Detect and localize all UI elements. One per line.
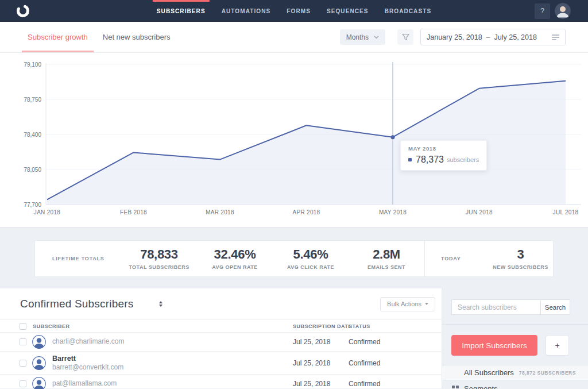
nav-right: ?	[535, 3, 571, 19]
chart-tooltip: MAY 2018 78,373 subscribers	[400, 140, 487, 171]
table-header: SUBSCRIBER SUBSCRIPTION DATE STATUS	[0, 319, 442, 333]
funnel-icon	[402, 33, 409, 41]
segments-item[interactable]: Segments	[442, 384, 588, 389]
add-subscriber-button[interactable]: +	[546, 335, 569, 356]
subscriber-email: charli@charlimarie.com	[52, 337, 125, 346]
tooltip-value: 78,373	[416, 155, 444, 165]
svg-text:APR 2018: APR 2018	[293, 209, 320, 215]
stats-card: LIFETIME TOTALS 78,833 TOTAL SUBSCRIBERS…	[34, 240, 554, 277]
svg-text:MAY 2018: MAY 2018	[379, 209, 407, 215]
subscription-date: Jul 25, 2018	[293, 338, 330, 346]
all-subscribers-label: All Subscribers	[464, 368, 514, 377]
tab-net-new-subscribers[interactable]: Net new subscribers	[103, 22, 171, 52]
row-checkbox[interactable]	[20, 380, 26, 387]
subscribers-sidebar: Search Import Subscribers + All Subscrib…	[442, 288, 588, 388]
date-presets-icon[interactable]	[552, 34, 559, 40]
interval-dropdown-value: Months	[346, 33, 369, 41]
status-badge: Confirmed	[349, 380, 380, 388]
tooltip-month-label: MAY 2018	[408, 145, 479, 152]
svg-text:79,100: 79,100	[24, 61, 41, 68]
status-badge: Confirmed	[349, 359, 380, 367]
stat-avg-open-rate: 32.46% AVG OPEN RATE	[197, 247, 273, 270]
primary-nav: SUBSCRIBERSAUTOMATIONSFORMSSEQUENCESBROA…	[149, 0, 439, 22]
svg-text:78,050: 78,050	[24, 167, 41, 173]
panel-header: Confirmed Subscribers Bulk Actions	[0, 288, 442, 319]
subscriber-email: pat@llamallama.com	[52, 379, 117, 388]
filter-button[interactable]	[397, 29, 413, 45]
segments-label: Segments	[464, 384, 498, 389]
table-row[interactable]: pat@llamallama.comJul 25, 2018Confirmed	[0, 375, 442, 389]
subscription-date: Jul 25, 2018	[293, 380, 330, 388]
chart-tabs: Subscriber growth Net new subscribers	[28, 22, 171, 52]
search-button[interactable]: Search	[540, 299, 570, 315]
nav-item-broadcasts[interactable]: BROADCASTS	[377, 0, 440, 22]
toolbar-right: Months January 25, 2018 – July 25, 2018	[340, 29, 566, 45]
date-range-separator: –	[486, 33, 490, 41]
nav-item-automations[interactable]: AUTOMATIONS	[214, 0, 279, 22]
subscriber-email: barrett@convertkit.com	[52, 363, 123, 372]
growth-chart-svg[interactable]: 77,70078,05078,40078,75079,100JAN 2018FE…	[0, 53, 588, 227]
svg-text:MAR 2018: MAR 2018	[206, 209, 234, 215]
lower-content: Confirmed Subscribers Bulk Actions SUBSC…	[0, 288, 588, 388]
page-title: Confirmed Subscribers	[20, 298, 133, 310]
subscriber-rows: charli@charlimarie.comJul 25, 2018Confir…	[0, 333, 442, 389]
date-range-input[interactable]: January 25, 2018 – July 25, 2018	[420, 29, 566, 45]
growth-chart: 77,70078,05078,40078,75079,100JAN 2018FE…	[0, 53, 588, 228]
bulk-actions-button[interactable]: Bulk Actions	[380, 297, 435, 311]
svg-text:JAN 2018: JAN 2018	[34, 209, 60, 215]
caret-down-icon	[425, 303, 428, 305]
all-subscribers-count: 78,872 SUBSCRIBERS	[519, 370, 576, 376]
svg-text:JUL 2018: JUL 2018	[553, 209, 579, 215]
row-checkbox[interactable]	[20, 338, 26, 345]
svg-text:FEB 2018: FEB 2018	[120, 209, 147, 215]
all-subscribers-item[interactable]: All Subscribers 78,872 SUBSCRIBERS	[442, 365, 588, 380]
import-subscribers-button[interactable]: Import Subscribers	[451, 335, 537, 356]
nav-item-sequences[interactable]: SEQUENCES	[319, 0, 377, 22]
stat-emails-sent: 2.8M EMAILS SENT	[349, 247, 424, 270]
subscription-date: Jul 25, 2018	[293, 359, 330, 367]
date-range-start: January 25, 2018	[427, 33, 482, 41]
app-root: SUBSCRIBERSAUTOMATIONSFORMSSEQUENCESBROA…	[0, 0, 588, 388]
column-subscription-date: SUBSCRIPTION DATE	[293, 323, 352, 329]
subscribers-panel: Confirmed Subscribers Bulk Actions SUBSC…	[0, 288, 442, 388]
column-status: STATUS	[349, 323, 370, 329]
search-input[interactable]	[451, 299, 540, 315]
search-row: Search	[451, 299, 570, 315]
tab-subscriber-growth[interactable]: Subscriber growth	[28, 22, 88, 52]
segments-icon	[452, 386, 459, 389]
tooltip-unit: subscribers	[447, 156, 479, 163]
chevron-down-icon	[374, 36, 379, 39]
svg-text:77,700: 77,700	[24, 202, 41, 208]
svg-text:78,750: 78,750	[24, 97, 41, 103]
import-row: Import Subscribers +	[451, 335, 569, 356]
lifetime-totals-label: LIFETIME TOTALS	[35, 256, 121, 261]
subscriber-avatar-icon	[32, 335, 46, 349]
table-row[interactable]: charli@charlimarie.comJul 25, 2018Confir…	[0, 333, 442, 352]
subscriber-avatar-icon	[32, 356, 46, 370]
help-button[interactable]: ?	[535, 3, 550, 19]
status-badge: Confirmed	[349, 338, 380, 346]
nav-item-subscribers[interactable]: SUBSCRIBERS	[149, 0, 214, 22]
subscriber-avatar-icon	[32, 377, 46, 389]
stat-total-subscribers: 78,833 TOTAL SUBSCRIBERS	[121, 247, 197, 270]
svg-text:78,400: 78,400	[24, 132, 41, 138]
tooltip-series-dot	[408, 158, 412, 161]
sort-icon[interactable]	[159, 301, 163, 307]
today-label: TODAY	[425, 256, 488, 261]
row-checkbox[interactable]	[20, 360, 26, 367]
user-avatar[interactable]	[555, 3, 571, 19]
svg-text:JUN 2018: JUN 2018	[466, 209, 493, 215]
select-all-checkbox[interactable]	[20, 323, 26, 330]
table-row[interactable]: Barrettbarrett@convertkit.comJul 25, 201…	[0, 352, 442, 375]
stat-avg-click-rate: 5.46% AVG CLICK RATE	[273, 247, 349, 270]
interval-dropdown[interactable]: Months	[340, 29, 385, 45]
subscriber-name: Barrett	[52, 354, 123, 363]
column-subscriber: SUBSCRIBER	[33, 323, 70, 329]
nav-item-forms[interactable]: FORMS	[278, 0, 319, 22]
convertkit-logo-icon[interactable]	[16, 3, 30, 18]
top-nav: SUBSCRIBERSAUTOMATIONSFORMSSEQUENCESBROA…	[0, 0, 588, 22]
chart-toolbar: Subscriber growth Net new subscribers Mo…	[0, 22, 588, 53]
date-range-end: July 25, 2018	[494, 33, 537, 41]
stat-new-subscribers-today: 3 NEW SUBSCRIBERS	[488, 247, 553, 270]
sidebar-divider	[442, 324, 588, 325]
